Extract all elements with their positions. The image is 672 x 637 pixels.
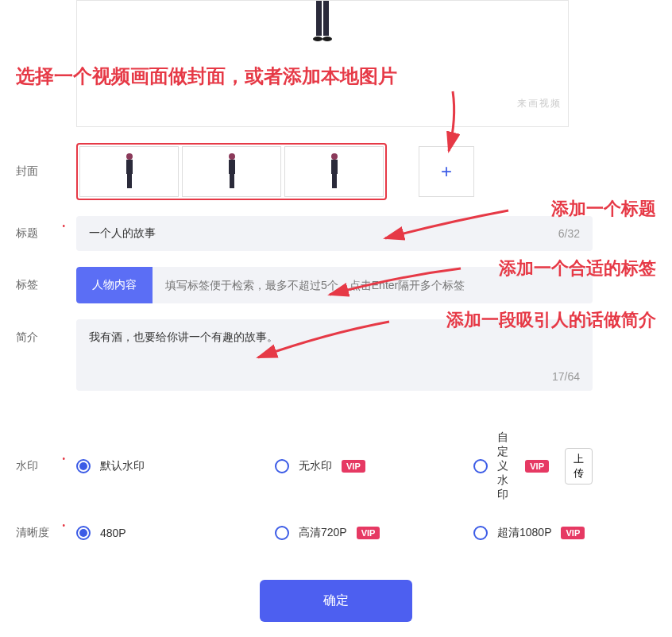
watermark-option-none[interactable]: 无水印 VIP — [275, 459, 473, 473]
radio-icon — [473, 459, 488, 473]
add-cover-button[interactable]: + — [419, 146, 474, 197]
svg-rect-15 — [229, 160, 235, 174]
svg-rect-17 — [232, 174, 234, 188]
quality-option-720p[interactable]: 高清720P VIP — [275, 526, 473, 540]
title-input-wrapper[interactable]: 6/32 — [76, 216, 593, 251]
intro-textarea[interactable]: 我有酒，也要给你讲一个有趣的故事。 — [89, 330, 580, 345]
svg-point-10 — [126, 153, 133, 160]
watermark-text: 来画视频 — [517, 97, 562, 110]
svg-point-18 — [331, 153, 338, 160]
cover-thumb-2[interactable] — [182, 146, 281, 197]
svg-point-8 — [313, 37, 322, 41]
quality-radio-group: 480P 高清720P VIP 超清1080P VIP — [76, 526, 593, 540]
svg-point-14 — [229, 153, 235, 160]
title-char-count: 6/32 — [558, 227, 580, 240]
plus-icon: + — [441, 160, 452, 183]
label-tag: 标签 — [16, 278, 64, 292]
svg-rect-20 — [332, 174, 334, 188]
radio-label: 超清1080P — [497, 526, 551, 540]
title-input[interactable] — [89, 227, 558, 240]
radio-label: 480P — [100, 527, 126, 539]
character-preview — [303, 0, 342, 48]
cover-selection-group — [76, 143, 387, 200]
person-icon — [226, 152, 238, 191]
watermark-option-custom[interactable]: 自定义水印 VIP 上传 — [473, 430, 593, 502]
svg-rect-11 — [126, 160, 133, 174]
quality-option-480p[interactable]: 480P — [76, 526, 275, 540]
cover-thumb-1[interactable] — [79, 146, 179, 197]
svg-rect-16 — [230, 174, 232, 188]
svg-point-9 — [322, 37, 332, 41]
svg-rect-21 — [334, 174, 337, 188]
annotation-title-text: 添加一个标题 — [551, 197, 656, 221]
vip-badge: VIP — [342, 460, 365, 473]
radio-icon — [76, 459, 91, 473]
radio-label: 高清720P — [299, 526, 347, 540]
label-intro: 简介 — [16, 330, 64, 345]
cover-thumbnails: + — [76, 143, 593, 200]
svg-rect-7 — [323, 0, 329, 36]
cover-thumb-3[interactable] — [284, 146, 384, 197]
tag-chip[interactable]: 人物内容 — [76, 267, 153, 303]
tag-input[interactable] — [153, 279, 593, 291]
annotation-tag-text: 添加一个合适的标签 — [499, 257, 656, 280]
svg-rect-12 — [127, 174, 129, 188]
submit-button[interactable]: 确定 — [260, 580, 412, 622]
person-icon — [303, 0, 342, 48]
label-cover: 封面 — [16, 164, 64, 179]
label-quality: 清晰度 — [16, 526, 64, 540]
watermark-radio-group: 默认水印 无水印 VIP 自定义水印 VIP 上传 — [76, 430, 593, 502]
label-watermark: 水印 — [16, 459, 64, 473]
svg-rect-13 — [129, 174, 132, 188]
radio-label: 无水印 — [299, 459, 332, 473]
vip-badge: VIP — [525, 460, 549, 473]
vip-badge: VIP — [357, 527, 380, 539]
quality-option-1080p[interactable]: 超清1080P VIP — [473, 526, 593, 540]
annotation-cover-text: 选择一个视频画面做封面，或者添加本地图片 — [16, 64, 397, 89]
svg-rect-6 — [316, 0, 322, 36]
radio-label: 默认水印 — [100, 459, 145, 473]
radio-icon — [76, 526, 91, 540]
radio-icon — [473, 526, 488, 540]
radio-icon — [275, 459, 289, 473]
person-icon — [124, 152, 135, 191]
radio-label: 自定义水印 — [497, 430, 516, 502]
radio-icon — [275, 526, 289, 540]
annotation-intro-text: 添加一段吸引人的话做简介 — [446, 308, 656, 332]
svg-rect-19 — [331, 160, 338, 174]
upload-button[interactable]: 上传 — [565, 448, 593, 485]
person-icon — [329, 152, 340, 191]
label-title: 标题 — [16, 226, 64, 241]
watermark-option-default[interactable]: 默认水印 — [76, 459, 275, 473]
intro-char-count: 17/64 — [552, 370, 580, 383]
vip-badge: VIP — [561, 527, 585, 539]
